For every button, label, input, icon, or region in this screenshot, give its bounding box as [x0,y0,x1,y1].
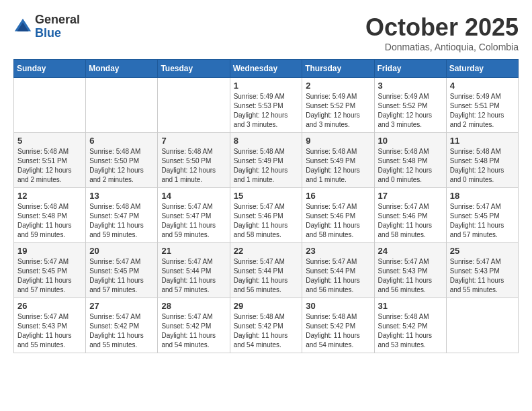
calendar-cell-2-3: 7Sunrise: 5:48 AM Sunset: 5:50 PM Daylig… [158,133,230,188]
weekday-header-saturday: Saturday [446,60,518,78]
calendar-week-4: 19Sunrise: 5:47 AM Sunset: 5:45 PM Dayli… [14,243,519,298]
calendar-cell-5-5: 30Sunrise: 5:48 AM Sunset: 5:42 PM Dayli… [302,298,374,353]
calendar-cell-3-7: 18Sunrise: 5:47 AM Sunset: 5:45 PM Dayli… [446,188,518,243]
day-number: 29 [234,301,299,311]
day-info: Sunrise: 5:47 AM Sunset: 5:44 PM Dayligh… [306,257,370,295]
calendar-cell-1-7: 4Sunrise: 5:49 AM Sunset: 5:51 PM Daylig… [446,78,518,133]
day-info: Sunrise: 5:48 AM Sunset: 5:50 PM Dayligh… [161,147,226,185]
day-info: Sunrise: 5:48 AM Sunset: 5:48 PM Dayligh… [378,147,443,185]
day-number: 11 [450,136,515,146]
calendar-cell-3-6: 17Sunrise: 5:47 AM Sunset: 5:46 PM Dayli… [374,188,446,243]
day-number: 23 [306,246,370,256]
day-number: 25 [450,246,515,256]
day-info: Sunrise: 5:48 AM Sunset: 5:47 PM Dayligh… [89,202,154,240]
calendar-cell-2-6: 10Sunrise: 5:48 AM Sunset: 5:48 PM Dayli… [374,133,446,188]
day-info: Sunrise: 5:48 AM Sunset: 5:49 PM Dayligh… [306,147,370,185]
calendar-table: SundayMondayTuesdayWednesdayThursdayFrid… [13,59,519,353]
day-number: 7 [161,136,226,146]
calendar-cell-3-5: 16Sunrise: 5:47 AM Sunset: 5:46 PM Dayli… [302,188,374,243]
day-number: 3 [378,81,443,91]
day-number: 6 [89,136,154,146]
day-info: Sunrise: 5:48 AM Sunset: 5:42 PM Dayligh… [378,312,443,350]
day-info: Sunrise: 5:47 AM Sunset: 5:43 PM Dayligh… [378,257,443,295]
day-number: 5 [17,136,82,146]
calendar-cell-4-2: 20Sunrise: 5:47 AM Sunset: 5:45 PM Dayli… [86,243,158,298]
calendar-cell-2-7: 11Sunrise: 5:48 AM Sunset: 5:48 PM Dayli… [446,133,518,188]
day-info: Sunrise: 5:48 AM Sunset: 5:48 PM Dayligh… [450,147,515,185]
calendar-cell-1-2 [86,78,158,133]
day-number: 19 [17,246,82,256]
calendar-cell-5-2: 27Sunrise: 5:47 AM Sunset: 5:42 PM Dayli… [86,298,158,353]
calendar-cell-1-3 [158,78,230,133]
logo-icon [13,17,32,36]
calendar-cell-2-4: 8Sunrise: 5:48 AM Sunset: 5:49 PM Daylig… [230,133,302,188]
day-info: Sunrise: 5:48 AM Sunset: 5:48 PM Dayligh… [17,202,82,240]
day-number: 31 [378,301,443,311]
day-number: 22 [234,246,299,256]
calendar-cell-1-6: 3Sunrise: 5:49 AM Sunset: 5:52 PM Daylig… [374,78,446,133]
location-text: Donmatias, Antioquia, Colombia [365,42,519,52]
day-number: 26 [17,301,82,311]
day-info: Sunrise: 5:47 AM Sunset: 5:46 PM Dayligh… [306,202,370,240]
weekday-header-monday: Monday [86,60,158,78]
calendar-cell-4-7: 25Sunrise: 5:47 AM Sunset: 5:43 PM Dayli… [446,243,518,298]
day-info: Sunrise: 5:47 AM Sunset: 5:45 PM Dayligh… [89,257,154,295]
weekday-header-wednesday: Wednesday [230,60,302,78]
day-number: 12 [17,191,82,201]
day-info: Sunrise: 5:49 AM Sunset: 5:51 PM Dayligh… [450,92,515,130]
month-title: October 2025 [365,13,519,42]
logo-blue-text: Blue [35,27,80,40]
day-info: Sunrise: 5:48 AM Sunset: 5:50 PM Dayligh… [89,147,154,185]
logo: General Blue [13,13,80,40]
day-info: Sunrise: 5:47 AM Sunset: 5:44 PM Dayligh… [234,257,299,295]
weekday-header-sunday: Sunday [14,60,86,78]
day-number: 18 [450,191,515,201]
calendar-week-1: 1Sunrise: 5:49 AM Sunset: 5:53 PM Daylig… [14,78,519,133]
day-info: Sunrise: 5:47 AM Sunset: 5:46 PM Dayligh… [378,202,443,240]
day-number: 1 [234,81,299,91]
day-info: Sunrise: 5:49 AM Sunset: 5:52 PM Dayligh… [306,92,370,130]
day-number: 9 [306,136,370,146]
day-info: Sunrise: 5:49 AM Sunset: 5:53 PM Dayligh… [234,92,299,130]
day-number: 8 [234,136,299,146]
day-info: Sunrise: 5:49 AM Sunset: 5:52 PM Dayligh… [378,92,443,130]
calendar-cell-5-3: 28Sunrise: 5:47 AM Sunset: 5:42 PM Dayli… [158,298,230,353]
day-number: 13 [89,191,154,201]
day-info: Sunrise: 5:47 AM Sunset: 5:43 PM Dayligh… [17,312,82,350]
day-number: 16 [306,191,370,201]
calendar-cell-4-5: 23Sunrise: 5:47 AM Sunset: 5:44 PM Dayli… [302,243,374,298]
calendar-cell-4-1: 19Sunrise: 5:47 AM Sunset: 5:45 PM Dayli… [14,243,86,298]
title-section: October 2025 Donmatias, Antioquia, Colom… [365,13,519,52]
page-header: General Blue October 2025 Donmatias, Ant… [13,13,519,52]
calendar-cell-4-6: 24Sunrise: 5:47 AM Sunset: 5:43 PM Dayli… [374,243,446,298]
day-number: 27 [89,301,154,311]
calendar-cell-5-6: 31Sunrise: 5:48 AM Sunset: 5:42 PM Dayli… [374,298,446,353]
calendar-week-2: 5Sunrise: 5:48 AM Sunset: 5:51 PM Daylig… [14,133,519,188]
day-info: Sunrise: 5:47 AM Sunset: 5:43 PM Dayligh… [450,257,515,295]
calendar-week-5: 26Sunrise: 5:47 AM Sunset: 5:43 PM Dayli… [14,298,519,353]
day-info: Sunrise: 5:48 AM Sunset: 5:42 PM Dayligh… [306,312,370,350]
calendar-cell-3-4: 15Sunrise: 5:47 AM Sunset: 5:46 PM Dayli… [230,188,302,243]
calendar-cell-4-4: 22Sunrise: 5:47 AM Sunset: 5:44 PM Dayli… [230,243,302,298]
day-number: 2 [306,81,370,91]
calendar-cell-2-5: 9Sunrise: 5:48 AM Sunset: 5:49 PM Daylig… [302,133,374,188]
day-number: 10 [378,136,443,146]
day-info: Sunrise: 5:47 AM Sunset: 5:42 PM Dayligh… [161,312,226,350]
calendar-cell-3-3: 14Sunrise: 5:47 AM Sunset: 5:47 PM Dayli… [158,188,230,243]
day-info: Sunrise: 5:47 AM Sunset: 5:45 PM Dayligh… [17,257,82,295]
calendar-cell-3-1: 12Sunrise: 5:48 AM Sunset: 5:48 PM Dayli… [14,188,86,243]
calendar-cell-5-4: 29Sunrise: 5:48 AM Sunset: 5:42 PM Dayli… [230,298,302,353]
day-info: Sunrise: 5:47 AM Sunset: 5:45 PM Dayligh… [450,202,515,240]
day-info: Sunrise: 5:48 AM Sunset: 5:42 PM Dayligh… [234,312,299,350]
day-number: 15 [234,191,299,201]
day-info: Sunrise: 5:47 AM Sunset: 5:47 PM Dayligh… [161,202,226,240]
day-number: 28 [161,301,226,311]
calendar-cell-4-3: 21Sunrise: 5:47 AM Sunset: 5:44 PM Dayli… [158,243,230,298]
calendar-week-3: 12Sunrise: 5:48 AM Sunset: 5:48 PM Dayli… [14,188,519,243]
day-info: Sunrise: 5:47 AM Sunset: 5:42 PM Dayligh… [89,312,154,350]
weekday-header-thursday: Thursday [302,60,374,78]
day-number: 14 [161,191,226,201]
calendar-cell-5-7 [446,298,518,353]
weekday-header-friday: Friday [374,60,446,78]
calendar-cell-1-1 [14,78,86,133]
